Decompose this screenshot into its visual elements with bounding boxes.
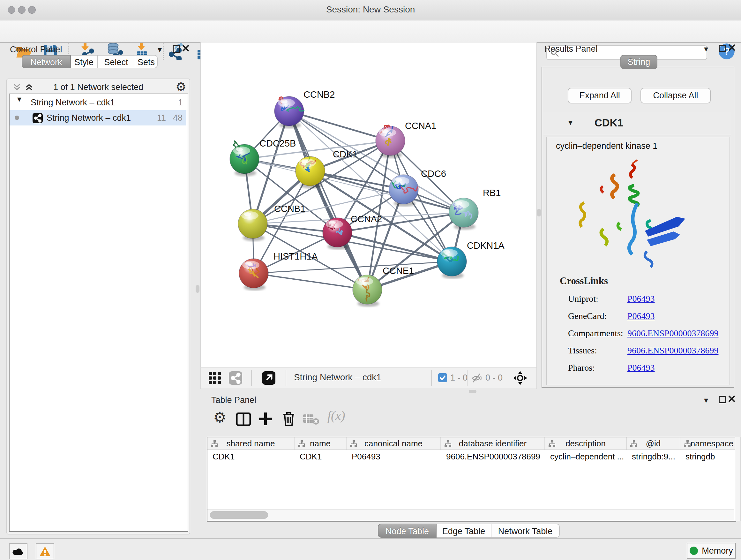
control-panel-close-icon[interactable] [182, 45, 189, 53]
tab-edge-table[interactable]: Edge Table [436, 523, 491, 538]
node-label: CCNE1 [383, 266, 414, 276]
network-node-CCNA1[interactable]: CCNA1 [376, 121, 436, 158]
status-bar: Memory [0, 538, 741, 560]
network-options-gear-icon[interactable]: ⚙ [176, 80, 186, 94]
table-cell[interactable]: cyclin–dependent ... [545, 450, 627, 463]
expand-all-button[interactable]: Expand All [568, 88, 631, 104]
birds-eye-view-icon[interactable] [209, 372, 221, 385]
export-view-icon[interactable] [262, 371, 275, 386]
results-panel-close-icon[interactable] [728, 44, 735, 52]
title-bar: Session: New Session [0, 0, 741, 20]
network-edge[interactable] [254, 273, 367, 290]
column-header[interactable]: name [294, 437, 347, 449]
cloud-status-button[interactable] [9, 543, 27, 559]
table-panel-menu-icon[interactable]: ▾ [704, 396, 708, 404]
table-cell[interactable]: 9606.ENSP00000378699 [441, 450, 545, 463]
results-panel-float-icon[interactable] [719, 45, 726, 52]
cdk1-gene-name: CDK1 [595, 117, 623, 129]
crosslink-row: Uniprot:P06493 [547, 290, 730, 307]
network-node-HIST1H1A[interactable]: HIST1H1A [239, 251, 318, 291]
node-label: CDC25B [259, 138, 296, 148]
network-label: String Network – cdk1 [47, 110, 131, 125]
tab-string-results[interactable]: String [620, 55, 657, 69]
crosslink-link[interactable]: P06493 [627, 294, 655, 304]
crosslink-link[interactable]: P06493 [627, 363, 655, 373]
column-label: namespace [690, 439, 733, 449]
column-header[interactable]: database identifier [441, 437, 545, 449]
vertical-scrollbar[interactable] [735, 437, 741, 521]
string-panel-toggle-icon[interactable] [229, 371, 242, 386]
string-network-icon [32, 113, 43, 128]
tab-network-table[interactable]: Network Table [491, 523, 560, 538]
tab-network[interactable]: Network [22, 55, 71, 68]
table-cell[interactable]: CDK1 [294, 450, 347, 463]
node-label: CCNA1 [405, 121, 436, 131]
control-panel-menu-icon[interactable]: ▾ [158, 45, 162, 54]
control-panel: Control Panel ▾ Network Style Select Set… [0, 42, 196, 538]
delete-table-icon [303, 414, 320, 427]
table-cell[interactable]: P06493 [347, 450, 441, 463]
network-view-canvas[interactable]: CCNB2CCNA1CDC25BCDK1CDC6RB1CCNB1CCNA2HIS… [200, 42, 537, 368]
table-cell[interactable]: stringdb [680, 450, 736, 463]
network-node-count: 11 [157, 110, 166, 125]
table-cell[interactable]: stringdb:9... [627, 450, 680, 463]
column-label: description [565, 439, 606, 449]
tab-style[interactable]: Style [71, 55, 98, 68]
crosslink-label: Tissues: [568, 346, 597, 356]
collection-count: 1 [178, 95, 183, 110]
tab-select[interactable]: Select [98, 55, 135, 68]
collection-label: String Network – cdk1 [30, 95, 115, 110]
control-panel-float-icon[interactable] [173, 45, 180, 53]
network-node-CCNA2[interactable]: CCNA2 [323, 214, 382, 250]
network-node-CDKN1A[interactable]: CDKN1A [437, 240, 504, 279]
column-header[interactable]: @id [627, 437, 680, 449]
table-panel-close-icon[interactable] [728, 395, 735, 403]
tab-node-table[interactable]: Node Table [378, 523, 436, 538]
add-column-icon[interactable] [259, 412, 273, 427]
table-panel-float-icon[interactable] [719, 396, 726, 403]
delete-column-icon[interactable] [282, 411, 295, 428]
network-tree: ▾ String Network – cdk1 1 String Network… [9, 94, 188, 532]
tab-sets[interactable]: Sets [135, 55, 158, 68]
column-header[interactable]: description [545, 437, 627, 449]
memory-button[interactable]: Memory [687, 543, 736, 559]
hidden-eye-icon [471, 373, 483, 384]
table-row[interactable]: CDK1CDK1P064939606.ENSP00000378699cyclin… [207, 450, 736, 463]
crosslink-label: GeneCard: [568, 311, 607, 321]
column-header[interactable]: shared name [207, 437, 294, 449]
network-collection-row[interactable]: ▾ String Network – cdk1 1 [10, 95, 186, 110]
column-label: shared name [226, 439, 275, 449]
fit-content-crosshair-icon[interactable] [513, 371, 528, 387]
window-title: Session: New Session [0, 0, 741, 19]
column-header[interactable]: canonical name [347, 437, 441, 449]
results-panel-menu-icon[interactable]: ▾ [704, 45, 708, 53]
column-header[interactable]: namespace [680, 437, 736, 449]
crosslink-row: GeneCard:P06493 [547, 307, 730, 324]
cdk1-collapse-icon[interactable]: ▾ [568, 118, 572, 126]
show-columns-icon[interactable] [236, 413, 251, 427]
node-label: CDC6 [421, 169, 446, 179]
collapse-all-button[interactable]: Collapse All [641, 88, 711, 104]
table-cell[interactable]: CDK1 [207, 450, 294, 463]
scrollbar-thumb[interactable] [210, 511, 268, 519]
network-node-RB1[interactable]: RB1 [449, 188, 501, 230]
left-splitter-handle[interactable] [196, 285, 199, 293]
selected-checkbox-icon[interactable] [438, 373, 447, 383]
crosslink-link[interactable]: P06493 [627, 311, 655, 321]
collection-expand-icon[interactable]: ▾ [17, 95, 21, 103]
hidden-counts: 0 - 0 [485, 373, 502, 383]
selected-counts: 1 - 0 [450, 373, 468, 383]
crosslink-link[interactable]: 9606.ENSP00000378699 [627, 328, 718, 338]
network-row-selected[interactable]: String Network – cdk1 11 48 [10, 110, 186, 125]
warnings-button[interactable] [36, 543, 54, 559]
node-label: HIST1H1A [273, 251, 318, 261]
horizontal-scrollbar[interactable] [207, 509, 734, 520]
crosslinks-title: CrossLinks [560, 275, 608, 287]
cdk1-details-card: cyclin–dependent kinase 1 CrossLinks Uni… [546, 137, 730, 385]
network-edge[interactable] [289, 111, 390, 141]
column-label: @id [646, 439, 661, 449]
cdk1-section-header[interactable]: ▾ CDK1 [543, 112, 731, 135]
network-node-CCNE1[interactable]: CCNE1 [353, 266, 414, 307]
table-options-gear-icon[interactable]: ⚙ [213, 409, 226, 426]
crosslink-link[interactable]: 9606.ENSP00000378699 [627, 346, 718, 356]
